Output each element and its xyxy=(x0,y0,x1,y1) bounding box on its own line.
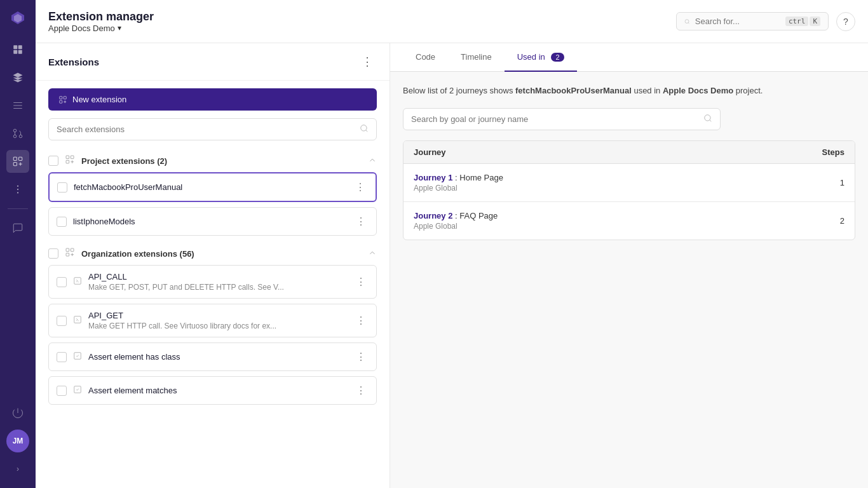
nav-sidebar: JM › xyxy=(0,0,36,488)
nav-divider xyxy=(8,208,28,209)
org-extensions-collapse[interactable] xyxy=(368,248,377,259)
svg-rect-24 xyxy=(66,248,69,252)
fetchmacbook-checkbox[interactable] xyxy=(57,182,67,193)
svg-point-20 xyxy=(361,125,367,131)
assert-matches-type-icon xyxy=(73,385,82,396)
journey-2-sub: Apple Global xyxy=(414,222,794,231)
apicall-menu-button[interactable]: ⋮ xyxy=(353,274,369,289)
nav-icon-chat[interactable] xyxy=(6,217,29,240)
extension-item-fetchmacbook[interactable]: fetchMacbookProUserManual ⋮ xyxy=(48,172,377,202)
nav-icon-power[interactable] xyxy=(6,402,29,424)
svg-rect-10 xyxy=(13,157,17,160)
journey-1-name: Journey 1 : Home Page xyxy=(414,173,794,182)
extensions-header: Extensions ⋮ xyxy=(36,43,390,81)
tab-timeline[interactable]: Timeline xyxy=(448,43,505,72)
used-in-project-name: Apple Docs Demo xyxy=(663,86,733,95)
global-search-input[interactable] xyxy=(695,17,780,26)
journey-1-sub: Apple Global xyxy=(414,184,794,193)
nav-icon-more[interactable] xyxy=(6,178,29,201)
used-in-extension-name: fetchMacbookProUserManual xyxy=(515,86,632,95)
used-in-description: Below list of 2 journeys shows fetchMacb… xyxy=(403,85,855,98)
fetchmacbook-menu-button[interactable]: ⋮ xyxy=(353,180,368,194)
journey-table-header: Journey Steps xyxy=(403,141,855,164)
apicall-desc: Make GET, POST, PUT and DELETE HTTP call… xyxy=(88,283,347,292)
project-extensions-collapse[interactable] xyxy=(368,156,377,166)
user-avatar[interactable]: JM xyxy=(6,430,29,452)
detail-panel: Code Timeline Used in 2 Below list of 2 … xyxy=(390,43,868,488)
journey-1-link[interactable]: Journey 1 xyxy=(414,173,452,182)
journey-1-steps: 1 xyxy=(794,178,844,187)
used-in-desc-prefix: Below list of 2 journeys shows xyxy=(403,86,515,95)
apiget-name: API_GET xyxy=(88,311,347,320)
assert-class-type-icon xyxy=(73,351,82,362)
col-steps: Steps xyxy=(794,147,844,157)
extensions-title: Extensions xyxy=(48,57,99,67)
svg-rect-3 xyxy=(18,50,22,54)
svg-rect-29 xyxy=(74,353,81,360)
journey-2-name: Journey 2 : FAQ Page xyxy=(414,211,794,220)
extension-name-listiphone: listIphoneModels xyxy=(73,217,347,226)
journey-search-input[interactable] xyxy=(411,114,698,124)
page-title: Extension manager xyxy=(48,10,668,24)
svg-rect-26 xyxy=(66,253,69,256)
extension-item-listiphone[interactable]: listIphoneModels ⋮ xyxy=(48,207,377,236)
org-extensions-header-left: Organization extensions (56) xyxy=(48,247,194,260)
project-extensions-title: Project extensions (2) xyxy=(81,156,167,166)
journey-2-info: Journey 2 : FAQ Page Apple Global xyxy=(414,211,794,231)
global-search-bar[interactable]: ctrl K xyxy=(676,12,829,30)
new-extension-button[interactable]: New extension xyxy=(48,88,377,111)
tab-used-in[interactable]: Used in 2 xyxy=(505,43,577,72)
assert-matches-checkbox[interactable] xyxy=(57,386,67,396)
svg-rect-18 xyxy=(64,96,66,98)
nav-expand-btn[interactable]: › xyxy=(6,458,29,480)
new-extension-icon xyxy=(58,95,67,104)
assert-class-menu-button[interactable]: ⋮ xyxy=(353,349,369,364)
svg-rect-17 xyxy=(60,96,62,98)
tab-used-in-badge: 2 xyxy=(551,53,564,62)
nav-icon-git[interactable] xyxy=(6,122,29,145)
svg-rect-22 xyxy=(71,156,74,159)
listiphone-menu-button[interactable]: ⋮ xyxy=(353,214,369,229)
extension-name-fetchmacbook: fetchMacbookProUserManual xyxy=(74,182,346,192)
search-extensions-input[interactable] xyxy=(57,125,355,134)
extension-item-assert-matches[interactable]: Assert element matches ⋮ xyxy=(48,376,377,405)
svg-point-13 xyxy=(17,186,18,187)
apiget-menu-button[interactable]: ⋮ xyxy=(353,313,369,328)
assert-matches-menu-button[interactable]: ⋮ xyxy=(353,383,369,398)
kbd-ctrl: ctrl xyxy=(785,17,809,26)
extension-item-apicall[interactable]: API_CALL Make GET, POST, PUT and DELETE … xyxy=(48,265,377,299)
project-extensions-icon xyxy=(65,154,75,167)
tab-code[interactable]: Code xyxy=(403,43,448,72)
nav-icon-extension[interactable] xyxy=(6,150,29,173)
help-button[interactable]: ? xyxy=(836,12,855,31)
svg-rect-2 xyxy=(13,50,17,54)
journey-search-icon[interactable] xyxy=(703,114,712,125)
extension-item-apiget[interactable]: API_GET Make GET HTTP call. See Virtuoso… xyxy=(48,304,377,337)
journey-1-info: Journey 1 : Home Page Apple Global xyxy=(414,173,794,193)
apiget-checkbox[interactable] xyxy=(57,316,67,326)
org-extensions-checkbox[interactable] xyxy=(48,248,58,259)
app-logo[interactable] xyxy=(8,8,28,28)
project-selector[interactable]: Apple Docs Demo ▾ xyxy=(48,24,668,33)
assert-class-info: Assert element has class xyxy=(88,352,347,362)
journey-search-wrap xyxy=(403,108,721,130)
extensions-more-button[interactable]: ⋮ xyxy=(358,53,377,70)
svg-rect-11 xyxy=(19,157,22,160)
svg-rect-30 xyxy=(74,386,81,393)
listiphone-checkbox[interactable] xyxy=(57,217,67,227)
apicall-checkbox[interactable] xyxy=(57,277,67,287)
assert-class-checkbox[interactable] xyxy=(57,352,67,362)
chevron-down-icon: ▾ xyxy=(118,24,121,32)
extension-item-assert-class[interactable]: Assert element has class ⋮ xyxy=(48,342,377,371)
svg-rect-0 xyxy=(13,45,17,49)
journey-2-page: FAQ Page xyxy=(459,211,498,220)
project-extensions-checkbox[interactable] xyxy=(48,156,58,166)
nav-icon-grid[interactable] xyxy=(6,38,29,61)
nav-icon-list[interactable] xyxy=(6,94,29,117)
journey-row-2[interactable]: Journey 2 : FAQ Page Apple Global 2 xyxy=(403,202,855,240)
svg-point-16 xyxy=(685,19,689,23)
journey-row-1[interactable]: Journey 1 : Home Page Apple Global 1 xyxy=(403,164,855,202)
search-extensions-icon[interactable] xyxy=(360,124,369,135)
journey-2-link[interactable]: Journey 2 xyxy=(414,211,452,220)
nav-icon-layers[interactable] xyxy=(6,66,29,89)
